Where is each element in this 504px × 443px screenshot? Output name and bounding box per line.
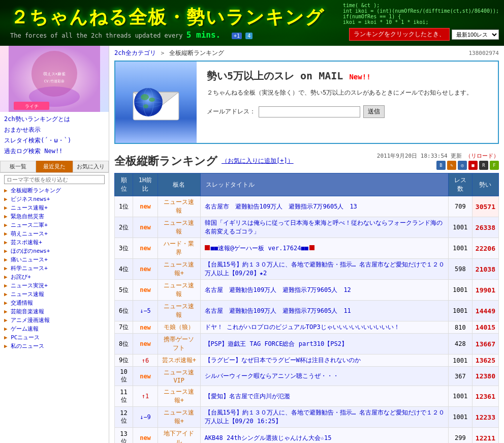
mail-title: 勢い5万以上のスレ on MAIL New!! (207, 69, 488, 83)
board-link[interactable]: ニュース速報 (164, 219, 194, 235)
board-link[interactable]: ハード・業界 (164, 240, 194, 256)
cell-board: 携帯ゲーソフト (158, 334, 200, 355)
mail-form-label: メールアドレス： (207, 107, 256, 116)
sidebar-cat-all[interactable]: 全板縦断ランキング (0, 186, 109, 195)
cell-thread: 韓国「イギリスは俺らに従って日本海を東海と呼べ！従わないならフォークランド海の名… (200, 217, 448, 238)
cell-compare: new (133, 238, 158, 259)
sidebar: 萌えス×麻雀 CV:竹達彩奈 ライチ 2ch勢いランキングとは おまかせ表示 ス… (0, 46, 109, 443)
cell-res: 810 (448, 321, 472, 334)
sidebar-cat-private[interactable]: 私のニュース (0, 342, 109, 350)
breadcrumb-parent[interactable]: 2ch全カテゴリ (114, 49, 156, 56)
del-icon[interactable]: ■ (468, 161, 478, 170)
cell-rank: 12位 (115, 407, 133, 428)
board-link[interactable]: ニュース速報 (164, 282, 194, 298)
sidebar-ad: 萌えス×麻雀 CV:竹達彩奈 ライチ (0, 46, 109, 112)
ranking-add-fav[interactable]: （お気に入りに追加[+]） (222, 157, 294, 165)
sidebar-cat-owabi[interactable]: お詫び+ (0, 273, 109, 281)
mail-submit-button[interactable]: 送信 (363, 105, 385, 118)
cell-rank: 11位 (115, 386, 133, 407)
cell-ikioi: 13625 (472, 355, 498, 367)
board-link[interactable]: ニュース速報+ (164, 409, 194, 425)
board-link[interactable]: モ娘（狼） (164, 323, 194, 331)
thread-link[interactable]: ドヤ！ これがハロプロのビジュアルTOP3じゃいいいいいいいいいい！ (205, 323, 400, 331)
mail-address-input[interactable] (259, 106, 360, 117)
ranking-select[interactable]: 最新100レス (452, 29, 499, 40)
sidebar-cat-jikkyo[interactable]: ニュース実況+ (0, 281, 109, 290)
cell-compare: ↓−5 (133, 301, 158, 321)
sidebar-cat-music[interactable]: 芸能音楽速報 (0, 307, 109, 316)
feed-icon[interactable]: F (490, 161, 499, 170)
sidebar-cat-honobono[interactable]: ほのぼのnews+ (0, 247, 109, 255)
table-row: 11位 ↑1 ニュース速報+ 【愛知】名古屋で庄内川が氾濫 1001 12361 (115, 386, 499, 407)
cell-rank: 10位 (115, 367, 133, 386)
board-link[interactable]: ニュース速報 (164, 198, 194, 214)
board-link[interactable]: 芸スポ速報+ (162, 357, 196, 364)
sidebar-link-log[interactable]: 過去ログ検索 New!! (0, 146, 109, 157)
thread-link[interactable]: 名古屋 避難勧告109万人 避難指示7万9605人 11 (205, 307, 351, 314)
sidebar-cat-anime[interactable]: アニメ漫画速報 (0, 316, 109, 324)
sidebar-link-random[interactable]: おまかせ表示 (0, 125, 109, 135)
col-res: レス数 (448, 173, 472, 196)
table-row: 12位 ↓−9 ニュース速報+ 【台風15号】約１３０万人に、各地で避難勧告・指… (115, 407, 499, 428)
thread-link[interactable]: 【台風15号】約１３０万人に、各地で避難勧告・指示… 名古屋市など愛知だけで１２… (205, 261, 445, 277)
sidebar-cat-pc[interactable]: PCニュース (0, 333, 109, 342)
cell-rank: 3位 (115, 238, 133, 259)
thread-link[interactable]: 【台風15号】約１３０万人に、各地で避難勧告・指示… 名古屋市など愛知だけで１２… (205, 409, 445, 425)
thread-link[interactable]: AKB48 24thシングル選抜じゃんけん大会☆15 (205, 434, 332, 441)
tab-board-list[interactable]: 板一覧 (0, 161, 36, 172)
cell-res: 1001 (448, 355, 472, 367)
sidebar-cat-news-plus[interactable]: ニュース速報+ (0, 203, 109, 212)
sidebar-cat-news[interactable]: ニュース速報 (0, 290, 109, 299)
breadcrumb-separator: ＞ (160, 49, 166, 56)
cell-res: 428 (448, 334, 472, 355)
thread-link[interactable]: 韓国「イギリスは俺らに従って日本海を東海と呼べ！従わないならフォークランド海の名… (205, 219, 443, 235)
cell-res: 367 (448, 367, 472, 386)
cell-board: 地下アイドル (158, 428, 200, 444)
edit-icon[interactable]: ✎ (447, 161, 456, 170)
rss-icon[interactable]: R (479, 161, 488, 170)
thread-link[interactable]: 【PSP】遊戯王 TAG FORCE総合 part310【PS2】 (205, 340, 348, 347)
tab-favorites[interactable]: お気に入り (73, 161, 109, 172)
sidebar-cat-disaster[interactable]: 緊急自然災害 (0, 212, 109, 221)
cell-board: ニュース速報 (158, 217, 200, 238)
sidebar-cat-moe[interactable]: 萌えニュース+ (0, 229, 109, 238)
board-link[interactable]: ニュース速VIP (164, 369, 194, 384)
board-link[interactable]: 地下アイドル (164, 430, 194, 443)
share-icon[interactable]: ◎ (458, 161, 467, 170)
cell-board: ニュース速報 (158, 301, 200, 321)
cell-res: 1001 (448, 238, 472, 259)
bookmark-icon[interactable]: B (436, 161, 446, 170)
cell-thread: 【台風15号】約１３０万人に、各地で避難勧告・指示… 名古屋市など愛知だけで１２… (200, 407, 448, 428)
cell-board: ニュース速報+ (158, 259, 200, 280)
thread-link[interactable]: シルバーウィーク暇ならアニソン聴こうぜ・・・ (205, 372, 339, 379)
board-link[interactable]: ニュース速報 (164, 303, 194, 318)
sidebar-tabs: 板一覧 最近見た お気に入り (0, 161, 109, 173)
header-ranking-area: ランキングをクリックしたとき、 最新100レス (349, 28, 499, 41)
sidebar-cat-game[interactable]: ゲーム速報 (0, 324, 109, 333)
thread-link[interactable]: 【愛知】名古屋で庄内川が氾濫 (205, 393, 290, 400)
sidebar-search-input[interactable] (4, 175, 105, 184)
thread-link[interactable]: 名古屋 避難勧告109万人 避難指示7万9605人 12 (205, 286, 351, 293)
sidebar-cat-traffic[interactable]: 交通情報 (0, 299, 109, 307)
sidebar-cat-business[interactable]: ビジネスnews+ (0, 195, 109, 203)
thread-link[interactable]: ■■速報@ゲーハー板 ver.17624■■ (211, 245, 308, 252)
badge-plus1: +1 (232, 33, 242, 39)
ranking-reload[interactable]: （リロード） (465, 153, 499, 159)
sidebar-link-search[interactable]: スレタイ検索(´・ω・`) (0, 135, 109, 146)
sidebar-cat-science[interactable]: 科学ニュース+ (0, 264, 109, 273)
thread-link[interactable]: 名古屋市 避難勧告109万人 避難指示7万9605人 13 (205, 203, 357, 210)
sidebar-cat-news2[interactable]: ニュース二軍+ (0, 221, 109, 229)
ranking-icons: B ✎ ◎ ■ R F (377, 161, 499, 170)
sidebar-cat-geispo[interactable]: 芸スポ速報+ (0, 238, 109, 247)
mail-new-label: New!! (349, 73, 370, 81)
board-link[interactable]: 携帯ゲーソフト (164, 336, 194, 351)
tab-recent[interactable]: 最近見た (36, 161, 72, 172)
thread-link[interactable]: 【ラグビー】なぜ日本でラグビーW杯は注目されないのか (205, 357, 361, 364)
breadcrumb-current: 全板縦断ランキング (169, 49, 224, 56)
sidebar-cat-itai[interactable]: 痛いニュース+ (0, 255, 109, 264)
board-link[interactable]: ニュース速報+ (164, 261, 194, 277)
sidebar-link-about[interactable]: 2ch勢いランキングとは (0, 114, 109, 125)
board-link[interactable]: ニュース速報+ (164, 388, 194, 404)
cell-compare: new (133, 259, 158, 280)
badge-num: 4 (245, 33, 253, 39)
